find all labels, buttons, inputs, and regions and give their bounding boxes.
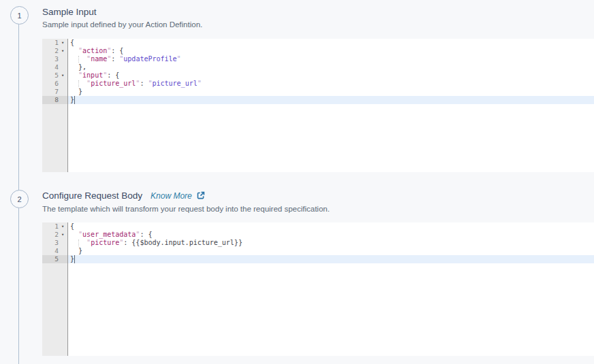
- code-token: }: [70, 247, 82, 254]
- code-line[interactable]: "picture": {{$body.input.picture_url}}: [68, 239, 594, 247]
- line-number: 7: [42, 88, 59, 96]
- configure-request-body-header: Configure Request Body Know More: [42, 191, 205, 201]
- step-2-number: 2: [17, 195, 21, 203]
- code-line[interactable]: "user_metadata": {: [68, 231, 594, 239]
- code-token: : {{$body.input.picture_url}}: [123, 239, 243, 246]
- code-line[interactable]: {: [68, 222, 594, 231]
- line-number: 3: [42, 239, 59, 247]
- line-number: 3: [42, 55, 59, 63]
- code-token: input: [82, 71, 103, 79]
- code-token: picture: [91, 239, 119, 246]
- code-line[interactable]: {: [68, 39, 594, 47]
- code-token: ": [177, 55, 181, 63]
- code-token: }: [70, 88, 82, 95]
- indent-guide: [78, 56, 79, 63]
- gutter-row: 2▾: [42, 231, 67, 239]
- sample-input-description: Sample input defined by your Action Defi…: [42, 20, 202, 29]
- step-connector-line-1: [18, 24, 19, 190]
- gutter-row: 2▾: [42, 47, 67, 55]
- gutter-row: 1▾: [42, 39, 67, 47]
- editor-code-area[interactable]: { "action": { "name": "updateProfile" },…: [68, 39, 594, 172]
- line-number: 2: [42, 231, 59, 239]
- line-number: 2: [42, 47, 59, 55]
- code-token: updateProfile: [123, 55, 176, 63]
- line-number: 4: [42, 247, 59, 255]
- editor-gutter: 1▾2▾345▾678: [42, 39, 68, 172]
- line-number: 4: [42, 63, 59, 71]
- gutter-row: 5: [42, 255, 67, 263]
- code-token: ": [198, 80, 202, 87]
- text-cursor: [74, 255, 75, 263]
- action-transform-page: 1 Sample Input Sample input defined by y…: [0, 0, 594, 364]
- indent-guide: [78, 80, 79, 87]
- code-token: [70, 71, 78, 79]
- code-token: : {: [107, 71, 119, 79]
- code-line[interactable]: "input": {: [68, 71, 594, 80]
- know-more-link[interactable]: Know More: [151, 191, 192, 201]
- line-number: 1: [42, 222, 59, 231]
- code-token: picture_url: [91, 80, 136, 87]
- line-number: 5: [42, 255, 59, 263]
- fold-arrow-icon[interactable]: ▾: [59, 231, 67, 239]
- request-body-template-editor[interactable]: 1▾2▾345 { "user_metadata": { "picture": …: [42, 222, 594, 356]
- section-title-sample-input: Sample Input: [42, 7, 97, 17]
- section-title-configure-request-body: Configure Request Body: [42, 191, 142, 201]
- code-token: :: [140, 80, 148, 87]
- gutter-row: 1▾: [42, 222, 67, 231]
- code-token: },: [70, 63, 87, 71]
- code-token: [70, 47, 78, 54]
- step-2-indicator: 2: [10, 190, 29, 208]
- code-line[interactable]: }: [68, 247, 594, 255]
- step-1-indicator: 1: [10, 6, 29, 24]
- code-token: action: [82, 47, 107, 54]
- code-token: {: [70, 222, 74, 230]
- gutter-row: 8: [42, 96, 67, 104]
- gutter-row: 6: [42, 80, 67, 88]
- external-link-icon[interactable]: [196, 191, 205, 200]
- code-token: picture_url: [152, 80, 197, 87]
- sample-input-code-editor[interactable]: 1▾2▾345▾678 { "action": { "name": "updat…: [42, 39, 594, 172]
- step-1-number: 1: [17, 12, 21, 20]
- editor-gutter: 1▾2▾345: [42, 222, 68, 356]
- code-line[interactable]: "action": {: [68, 47, 594, 55]
- code-token: name: [91, 55, 107, 63]
- gutter-row: 4: [42, 63, 67, 71]
- fold-arrow-icon[interactable]: ▾: [59, 222, 67, 231]
- line-number: 5: [42, 71, 59, 80]
- code-token: : {: [140, 231, 152, 238]
- fold-arrow-icon[interactable]: ▾: [59, 47, 67, 55]
- code-line[interactable]: }: [68, 96, 594, 104]
- code-token: :: [111, 55, 119, 63]
- gutter-row: 7: [42, 88, 67, 96]
- code-line[interactable]: }: [68, 88, 594, 96]
- fold-arrow-icon[interactable]: ▾: [59, 39, 67, 47]
- text-cursor: [74, 96, 75, 104]
- code-line[interactable]: "picture_url": "picture_url": [68, 80, 594, 88]
- configure-request-body-description: The template which will transform your r…: [42, 205, 330, 213]
- code-line[interactable]: "name": "updateProfile": [68, 55, 594, 63]
- indent-guide: [78, 239, 79, 246]
- editor-code-area[interactable]: { "user_metadata": { "picture": {{$body.…: [68, 222, 594, 356]
- line-number: 1: [42, 39, 59, 47]
- gutter-row: 3: [42, 55, 67, 63]
- line-number: 6: [42, 80, 59, 88]
- gutter-row: 4: [42, 247, 67, 255]
- code-line[interactable]: },: [68, 63, 594, 71]
- fold-arrow-icon[interactable]: ▾: [59, 71, 67, 80]
- code-token: {: [70, 39, 74, 46]
- code-token: [70, 231, 78, 238]
- gutter-row: 5▾: [42, 71, 67, 80]
- code-token: : {: [111, 47, 123, 54]
- code-token: user_metadata: [82, 231, 136, 238]
- code-line[interactable]: }: [68, 255, 594, 263]
- line-number: 8: [42, 96, 59, 104]
- step-connector-line-2: [18, 208, 19, 364]
- gutter-row: 3: [42, 239, 67, 247]
